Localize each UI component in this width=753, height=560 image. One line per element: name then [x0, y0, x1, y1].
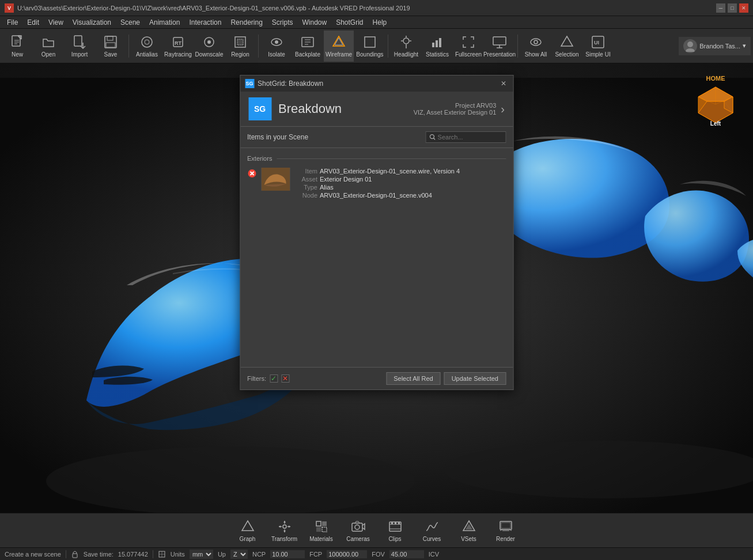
update-selected-button[interactable]: Update Selected — [444, 372, 506, 385]
menu-help[interactable]: Help — [368, 17, 392, 28]
btb-graph[interactable]: Graph — [232, 515, 264, 546]
toolbar-new[interactable]: New — [2, 31, 32, 62]
menu-window[interactable]: Window — [298, 17, 332, 28]
nav-cube[interactable]: HOME Left — [690, 75, 741, 127]
btb-vsets-label: VSets — [461, 536, 476, 542]
toolbar-boundings[interactable]: Boundings — [355, 31, 385, 62]
status-text: Create a new scene — [5, 551, 61, 558]
svg-rect-9 — [106, 43, 115, 47]
user-button[interactable]: Brandon Tas... ▾ — [679, 37, 751, 55]
lock-icon — [71, 550, 79, 558]
select-all-red-button[interactable]: Select All Red — [386, 372, 440, 385]
asset-field-value: Exterior Design 01 — [320, 176, 372, 183]
fov-label: FOV — [372, 551, 385, 558]
minimize-button[interactable]: ─ — [716, 3, 725, 13]
render-icon — [498, 519, 514, 535]
filter-checkbox-green[interactable]: ✓ — [270, 374, 278, 383]
raytracing-icon: RT — [170, 34, 186, 50]
svg-point-45 — [46, 447, 415, 516]
sg-logo: SG — [248, 97, 271, 120]
toolbar-downscale[interactable]: Downscale — [194, 31, 224, 62]
downscale-icon — [201, 34, 217, 50]
toolbar-open[interactable]: Open — [33, 31, 63, 62]
clips-icon — [387, 519, 403, 535]
menu-interaction[interactable]: Interaction — [184, 17, 226, 28]
toolbar-raytracing[interactable]: RT Raytracing — [163, 31, 193, 62]
bottom-toolbar: Graph Transform Materials Cameras Clips … — [0, 513, 753, 547]
toolbar-downscale-label: Downscale — [195, 51, 224, 58]
svg-rect-70 — [352, 523, 362, 531]
btb-clips-label: Clips — [388, 536, 401, 542]
btb-render[interactable]: Render — [490, 515, 522, 546]
restore-button[interactable]: □ — [728, 3, 737, 13]
toolbar-selection[interactable]: Selection — [552, 31, 582, 62]
btb-transform[interactable]: Transform — [268, 515, 301, 546]
toolbar-statistics[interactable]: Statistics — [422, 31, 452, 62]
statistics-icon — [429, 34, 445, 50]
toolbar-wireframe[interactable]: Wireframe — [324, 31, 354, 62]
up-select[interactable]: Z Y — [230, 550, 248, 559]
svg-point-71 — [355, 525, 360, 529]
app-icon: V — [5, 3, 14, 13]
fov-input[interactable] — [389, 550, 424, 558]
menu-visualization[interactable]: Visualization — [68, 17, 116, 28]
filter-checkbox-red[interactable]: ✕ — [281, 374, 289, 383]
menu-rendering[interactable]: Rendering — [226, 17, 267, 28]
toolbar-wireframe-label: Wireframe — [326, 51, 352, 58]
toolbar-antialias-label: Antialias — [136, 51, 158, 58]
window-controls: ─ □ ✕ — [716, 3, 748, 13]
units-select[interactable]: mm cm m — [190, 550, 213, 559]
toolbar-simple-ui[interactable]: UI Simple UI — [583, 31, 613, 62]
fcp-input[interactable] — [327, 550, 367, 558]
up-label: Up — [218, 551, 226, 558]
dialog-arrow-icon[interactable]: › — [501, 103, 505, 116]
btb-vsets[interactable]: VSets — [453, 515, 485, 546]
svg-point-39 — [534, 40, 538, 44]
menu-view[interactable]: View — [44, 17, 68, 28]
toolbar-headlight[interactable]: Headlight — [391, 31, 421, 62]
main-toolbar: New Open Import Save Antialias RT Raytra… — [0, 29, 753, 63]
btb-curves[interactable]: Curves — [416, 515, 448, 546]
toolbar-antialias[interactable]: Antialias — [132, 31, 162, 62]
status-sep-1 — [66, 550, 66, 558]
selection-icon — [559, 34, 575, 50]
user-avatar — [683, 39, 697, 53]
menu-scripts[interactable]: Scripts — [267, 17, 298, 28]
type-field-label: Type — [294, 184, 317, 191]
toolbar-region[interactable]: Region — [225, 31, 255, 62]
toolbar-sep-1 — [128, 35, 129, 58]
toolbar-fullscreen[interactable]: Fullscreen — [453, 31, 483, 62]
item-row-node: Node ARV03_Exterior-Design-01_scene.v004 — [294, 192, 506, 199]
toolbar-open-label: Open — [41, 51, 55, 58]
toolbar-save-label: Save — [104, 51, 118, 58]
project-sub: VIZ, Asset Exterior Design 01 — [414, 109, 497, 116]
fcp-label: FCP — [309, 551, 322, 558]
btb-curves-label: Curves — [423, 536, 441, 542]
close-button[interactable]: ✕ — [739, 3, 748, 13]
menu-shotgrid[interactable]: ShotGrid — [331, 17, 368, 28]
ncp-input[interactable] — [270, 550, 305, 558]
breakdown-item-row[interactable]: Item ARV03_Exterior-Design-01_scene.wire… — [240, 164, 513, 203]
toolbar-import[interactable]: Import — [65, 31, 94, 62]
search-input[interactable] — [438, 134, 502, 141]
btb-materials[interactable]: Materials — [305, 515, 338, 546]
toolbar-isolate[interactable]: Isolate — [262, 31, 292, 62]
menu-edit[interactable]: Edit — [22, 17, 44, 28]
toolbar-show-all[interactable]: Show All — [521, 31, 551, 62]
toolbar-presentation[interactable]: Presentation — [485, 31, 514, 62]
btb-render-label: Render — [496, 536, 515, 542]
svg-rect-33 — [436, 40, 438, 47]
menu-file[interactable]: File — [2, 17, 22, 28]
dialog-close-button[interactable]: ✕ — [499, 79, 508, 88]
toolbar-backplate[interactable]: Backplate — [293, 31, 323, 62]
btb-cameras[interactable]: Cameras — [342, 515, 374, 546]
menu-scene[interactable]: Scene — [116, 17, 145, 28]
statusbar: Create a new scene Save time: 15.077442 … — [0, 547, 753, 560]
svg-point-11 — [145, 40, 149, 44]
menu-animation[interactable]: Animation — [145, 17, 184, 28]
svg-rect-77 — [398, 522, 400, 524]
toolbar-save[interactable]: Save — [96, 31, 126, 62]
wireframe-icon — [331, 34, 347, 50]
toolbar-sep-4 — [517, 35, 518, 58]
btb-clips[interactable]: Clips — [379, 515, 411, 546]
